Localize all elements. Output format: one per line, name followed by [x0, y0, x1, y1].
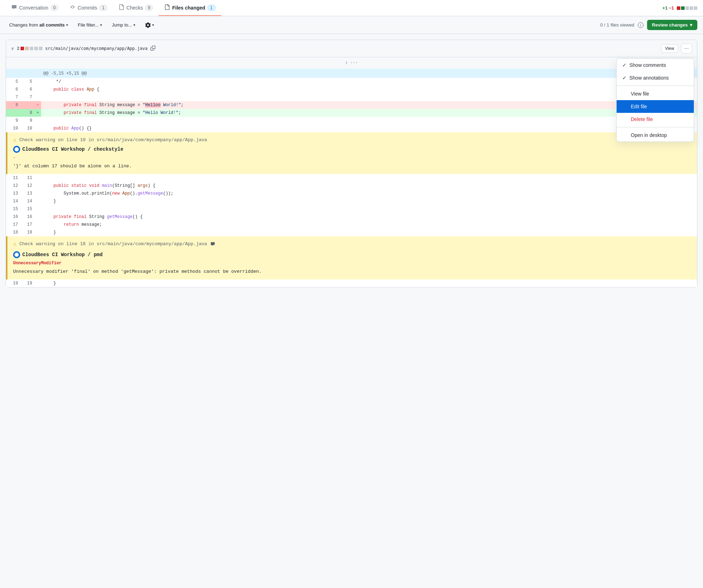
tab-commits-label: Commits: [78, 5, 97, 11]
view-file-item[interactable]: View file: [617, 87, 694, 100]
tab-commits[interactable]: Commits 1: [64, 0, 113, 16]
file-filter-btn[interactable]: File filter... ▾: [74, 21, 105, 29]
feedback-icon-2[interactable]: [210, 241, 216, 249]
jump-to-btn[interactable]: Jump to... ▾: [108, 21, 139, 29]
diff-plus: +1: [662, 5, 668, 11]
marker-10: [34, 125, 41, 132]
edit-file-item[interactable]: Edit file: [617, 100, 694, 113]
tab-conversation[interactable]: Conversation 0: [6, 0, 64, 16]
line-new-6: 6: [20, 86, 34, 93]
line-old-13: 13: [6, 190, 20, 197]
hunk-header-row: @@ -5,15 +5,15 @@: [6, 69, 697, 78]
open-in-desktop-label: Open in desktop: [631, 132, 667, 138]
hunk-new-line: [20, 69, 34, 78]
code-11: [41, 174, 697, 182]
table-row: 15 15: [6, 205, 697, 213]
show-comments-item[interactable]: ✓ Show comments: [617, 59, 694, 71]
table-row: 14 14 }: [6, 197, 697, 205]
diff-block-0: [677, 6, 680, 10]
marker-15: [34, 205, 41, 213]
table-row: 8 + private final String message = "Hell…: [6, 109, 697, 117]
table-row: 18 18 }: [6, 229, 697, 236]
delete-file-label: Delete file: [631, 116, 653, 122]
line-old-18: 18: [6, 229, 20, 236]
tab-checks[interactable]: Checks 9: [113, 0, 159, 16]
copy-path-icon[interactable]: [150, 46, 155, 52]
review-changes-label: Review changes: [652, 22, 688, 28]
count-tan-block: [25, 47, 29, 50]
tool-name-1: CloudBees CI Workshop / checkstyle: [22, 146, 124, 153]
line-old-10: 10: [6, 125, 20, 132]
diff-file-header: ∨ 2 src/main/java/com/mycompany/app/App.…: [6, 40, 697, 57]
marker-8a: +: [34, 109, 41, 117]
dropdown-menu: ✓ Show comments ✓ Show annotations View …: [616, 58, 694, 142]
file-filter-caret: ▾: [100, 23, 102, 27]
line-new-9: 9: [20, 117, 34, 125]
table-row: 11 11: [6, 174, 697, 182]
info-icon[interactable]: i: [638, 22, 644, 28]
annotation-group-2: ⚠ Check warning on line 18 in src/main/j…: [6, 236, 697, 279]
changes-from-label: Changes from all commits: [9, 22, 65, 28]
annotation-link-2[interactable]: UnnecessaryModifier: [13, 261, 62, 266]
line-old-16: 16: [6, 213, 20, 221]
file-filter-label: File filter...: [78, 22, 99, 28]
hunk-old-line: [6, 69, 20, 78]
table-row: 5 5 */: [6, 78, 697, 86]
line-new-10: 10: [20, 125, 34, 132]
delete-file-item[interactable]: Delete file: [617, 113, 694, 126]
table-row: 13 13 System.out.println(new App().getMe…: [6, 190, 697, 197]
marker-16: [34, 213, 41, 221]
more-options-btn[interactable]: ···: [681, 44, 692, 53]
view-file-btn[interactable]: View: [661, 44, 678, 53]
line-new-11: 11: [20, 174, 34, 182]
count-gray-block2: [34, 47, 38, 50]
marker-6: [34, 86, 41, 93]
line-old-7: 7: [6, 93, 20, 101]
show-annotations-label: Show annotations: [629, 75, 669, 81]
code-16: private final String getMessage() {: [41, 213, 697, 221]
annotation-message-1: '}' at column 17 should be alone on a li…: [13, 163, 691, 170]
open-in-desktop-item[interactable]: Open in desktop: [617, 129, 694, 142]
tab-checks-label: Checks: [126, 5, 143, 11]
marker-5: [34, 78, 41, 86]
annotation-message-2: Unnecessary modifier 'final' on method '…: [13, 268, 691, 275]
settings-btn[interactable]: ▾: [142, 21, 158, 30]
diff-block-3: [690, 6, 693, 10]
line-new-7: 7: [20, 93, 34, 101]
annotation-tool-1: CloudBees CI Workshop / checkstyle: [13, 146, 691, 153]
line-new-8a: 8: [20, 109, 34, 117]
show-annotations-item[interactable]: ✓ Show annotations: [617, 71, 694, 84]
code-15: [41, 205, 697, 213]
line-old-8a: [6, 109, 20, 117]
annotation-row-2: ⚠ Check warning on line 18 in src/main/j…: [6, 236, 697, 279]
diff-table: ↕ ··· @@ -5,15 +5,15 @@ 5 5 */ 6: [6, 57, 697, 287]
collapse-toggle[interactable]: ∨: [11, 46, 14, 51]
code-6: public class App {: [41, 86, 697, 93]
code-12: public static void main(String[] args) {: [41, 182, 697, 190]
annotation-group-1: ⚠ Check warning on line 10 in src/main/j…: [6, 132, 697, 174]
line-new-19: 19: [20, 279, 34, 287]
code-5: */: [41, 78, 697, 86]
changes-count: 2: [17, 46, 42, 51]
code-8r: private final String message = "Helloo W…: [41, 101, 697, 109]
marker-9: [34, 117, 41, 125]
table-row: 19 19 }: [6, 279, 697, 287]
hunk-header-text: @@ -5,15 +5,15 @@: [41, 69, 697, 78]
table-row: 12 12 public static void main(String[] a…: [6, 182, 697, 190]
toolbar-right: 0 / 1 files viewed i Review changes ▾: [600, 20, 697, 30]
changes-from-btn[interactable]: Changes from all commits ▾: [6, 21, 72, 29]
line-old-11: 11: [6, 174, 20, 182]
files-changed-icon: [164, 4, 170, 11]
annotation-dash-1: -: [13, 154, 691, 161]
warn-icon-2: ⚠: [13, 241, 17, 248]
files-viewed: 0 / 1 files viewed: [600, 22, 634, 28]
code-10: public App() {}: [41, 125, 697, 132]
expand-row[interactable]: ↕ ···: [6, 57, 697, 69]
annotation-block-2: ⚠ Check warning on line 18 in src/main/j…: [6, 236, 697, 279]
diff-minus: −1: [669, 5, 674, 11]
tab-files-changed[interactable]: Files changed 1: [159, 0, 221, 16]
line-old-19: 19: [6, 279, 20, 287]
show-comments-check: ✓: [622, 62, 627, 68]
jump-to-label: Jump to...: [112, 22, 132, 28]
review-changes-btn[interactable]: Review changes ▾: [647, 20, 697, 30]
